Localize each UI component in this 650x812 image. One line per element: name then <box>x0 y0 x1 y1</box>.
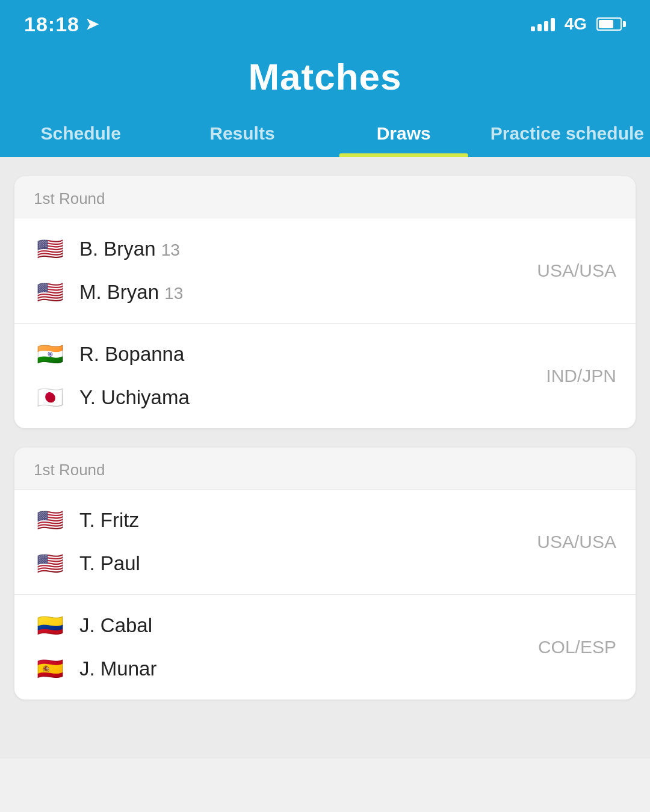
flag-usa-fritz: 🇺🇸 <box>34 504 66 537</box>
flag-usa-b-bryan: 🇺🇸 <box>34 233 66 265</box>
network-type: 4G <box>565 14 587 34</box>
match-nationality-2: IND/JPN <box>546 366 616 386</box>
match-card-1[interactable]: 🇺🇸 B. Bryan 13 🇺🇸 M. Bryan 13 USA/USA <box>14 218 636 323</box>
player-row-5: 🇺🇸 T. Fritz <box>34 504 140 537</box>
player-name-cabal: J. Cabal <box>79 614 152 637</box>
match-card-4[interactable]: 🇨🇴 J. Cabal 🇪🇸 J. Munar COL/ESP <box>14 594 636 700</box>
player-name-munar: J. Munar <box>79 657 156 680</box>
player-row-6: 🇺🇸 T. Paul <box>34 547 140 580</box>
flag-usa-m-bryan: 🇺🇸 <box>34 276 66 309</box>
player-name-paul: T. Paul <box>79 552 140 575</box>
player-row-7: 🇨🇴 J. Cabal <box>34 609 156 642</box>
tabs-container: Schedule Results Draws Practice schedule <box>0 112 650 157</box>
tab-results[interactable]: Results <box>161 112 323 157</box>
status-right: 4G <box>531 14 626 34</box>
seed-m-bryan: 13 <box>164 284 183 303</box>
match-nationality-3: USA/USA <box>537 532 616 552</box>
signal-bars <box>531 17 555 31</box>
players-4: 🇨🇴 J. Cabal 🇪🇸 J. Munar <box>34 609 156 685</box>
battery-icon <box>596 17 626 31</box>
player-row-3: 🇮🇳 R. Bopanna <box>34 338 190 371</box>
flag-ind-bopanna: 🇮🇳 <box>34 338 66 371</box>
round-label-2: 1st Round <box>14 448 636 489</box>
match-card-2[interactable]: 🇮🇳 R. Bopanna 🇯🇵 Y. Uchiyama IND/JPN <box>14 323 636 428</box>
players-2: 🇮🇳 R. Bopanna 🇯🇵 Y. Uchiyama <box>34 338 190 414</box>
location-icon: ➤ <box>85 15 99 34</box>
seed-b-bryan: 13 <box>161 241 180 259</box>
match-card-3[interactable]: 🇺🇸 T. Fritz 🇺🇸 T. Paul USA/USA <box>14 489 636 594</box>
player-name-bopanna: R. Bopanna <box>79 343 184 366</box>
header: Matches <box>0 43 650 112</box>
flag-jpn-uchiyama: 🇯🇵 <box>34 381 66 414</box>
player-name-b-bryan: B. Bryan 13 <box>79 238 180 260</box>
signal-bar-2 <box>537 24 542 31</box>
player-name-fritz: T. Fritz <box>79 509 139 532</box>
players-3: 🇺🇸 T. Fritz 🇺🇸 T. Paul <box>34 504 140 580</box>
match-group-1: 1st Round 🇺🇸 B. Bryan 13 🇺🇸 M. Bryan 13 <box>14 176 636 428</box>
tab-schedule[interactable]: Schedule <box>0 112 161 157</box>
signal-bar-1 <box>531 26 535 31</box>
signal-bar-3 <box>544 21 548 31</box>
content-area: 1st Round 🇺🇸 B. Bryan 13 🇺🇸 M. Bryan 13 <box>0 157 650 758</box>
player-name-uchiyama: Y. Uchiyama <box>79 386 190 409</box>
match-nationality-1: USA/USA <box>537 260 616 281</box>
player-row-4: 🇯🇵 Y. Uchiyama <box>34 381 190 414</box>
tab-draws[interactable]: Draws <box>323 112 484 157</box>
match-nationality-4: COL/ESP <box>538 637 616 657</box>
player-row-2: 🇺🇸 M. Bryan 13 <box>34 276 183 309</box>
status-time: 18:18 ➤ <box>24 13 99 36</box>
match-group-2: 1st Round 🇺🇸 T. Fritz 🇺🇸 T. Paul USA/USA… <box>14 448 636 700</box>
players-1: 🇺🇸 B. Bryan 13 🇺🇸 M. Bryan 13 <box>34 233 183 309</box>
player-row-8: 🇪🇸 J. Munar <box>34 653 156 685</box>
flag-col-cabal: 🇨🇴 <box>34 609 66 642</box>
signal-bar-4 <box>551 18 555 31</box>
page-title: Matches <box>24 55 626 112</box>
time-display: 18:18 <box>24 13 79 36</box>
player-row-1: 🇺🇸 B. Bryan 13 <box>34 233 183 265</box>
flag-usa-paul: 🇺🇸 <box>34 547 66 580</box>
tab-practice[interactable]: Practice schedule <box>484 112 650 157</box>
round-label-1: 1st Round <box>14 176 636 218</box>
status-bar: 18:18 ➤ 4G <box>0 0 650 43</box>
flag-esp-munar: 🇪🇸 <box>34 653 66 685</box>
player-name-m-bryan: M. Bryan 13 <box>79 281 183 304</box>
